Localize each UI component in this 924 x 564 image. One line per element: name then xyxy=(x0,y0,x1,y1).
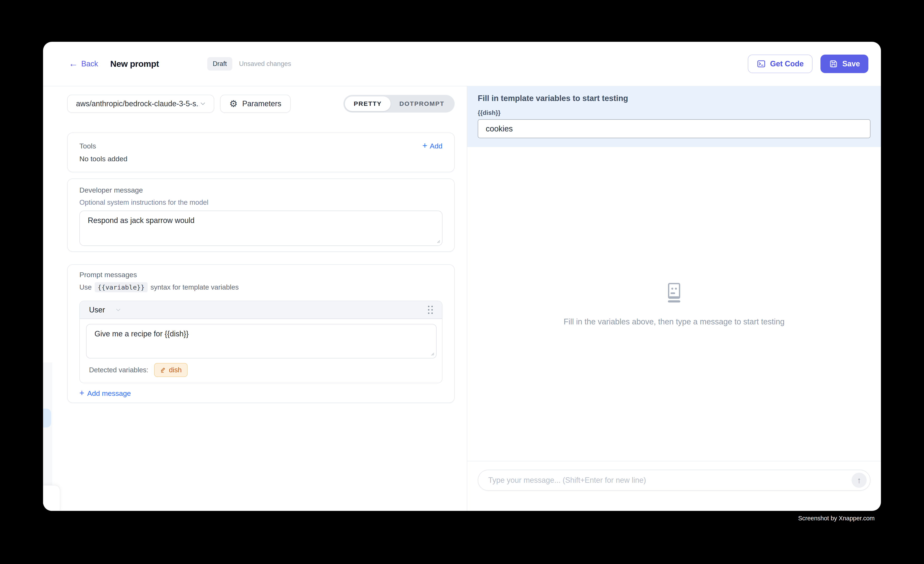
resize-handle-icon[interactable] xyxy=(435,238,440,243)
add-message-button[interactable]: + Add message xyxy=(80,389,131,398)
chat-empty-state: Fill in the variables above, then type a… xyxy=(467,147,881,461)
sidebar-sliver-active-item xyxy=(43,409,51,428)
model-select-value: aws/anthropic/bedrock-claude-3-5-s... xyxy=(76,99,199,108)
gear-icon: ⚙ xyxy=(230,99,237,108)
editor-content: aws/anthropic/bedrock-claude-3-5-s... ⚙ … xyxy=(43,86,467,511)
tester-panel: Fill in template variables to start test… xyxy=(467,86,881,511)
variable-value-input[interactable] xyxy=(478,119,870,138)
save-label: Save xyxy=(842,59,860,68)
developer-message-subtitle: Optional system instructions for the mod… xyxy=(80,198,442,206)
watermark: Screenshot by Xnapper.com xyxy=(798,515,874,522)
chevron-down-icon xyxy=(115,306,122,314)
message-block: User G xyxy=(80,301,442,383)
send-button[interactable]: ↑ xyxy=(852,472,867,488)
parameters-label: Parameters xyxy=(242,99,281,108)
tools-card: Tools + Add No tools added xyxy=(67,132,454,172)
developer-message-field-wrap: Respond as jack sparrow would xyxy=(80,211,442,246)
chat-input-section: ↑ xyxy=(467,461,881,511)
drag-handle-icon[interactable] xyxy=(428,306,433,314)
terminal-icon xyxy=(757,59,766,69)
variables-section-title: Fill in template variables to start test… xyxy=(478,94,870,103)
developer-message-title: Developer message xyxy=(80,186,442,194)
variable-name-label: {{dish}} xyxy=(478,109,870,116)
prompt-editor-panel: aws/anthropic/bedrock-claude-3-5-s... ⚙ … xyxy=(43,86,467,511)
chat-message-input[interactable] xyxy=(480,471,852,490)
message-body: Give me a recipe for {{dish}} Detected v… xyxy=(80,319,442,383)
chevron-down-icon xyxy=(199,100,207,108)
role-select-value: User xyxy=(89,306,105,314)
developer-message-textarea[interactable]: Respond as jack sparrow would xyxy=(80,211,442,246)
template-variables-section: Fill in template variables to start test… xyxy=(467,86,881,147)
back-arrow-icon: ← xyxy=(69,59,78,68)
resize-handle-icon[interactable] xyxy=(429,351,435,356)
detected-variables-row: Detected variables: dish xyxy=(86,363,436,377)
developer-message-card: Developer message Optional system instru… xyxy=(67,178,454,252)
send-arrow-icon: ↑ xyxy=(857,476,861,484)
app-window: ← Back New prompt Draft Unsaved changes … xyxy=(43,42,881,511)
variable-code-chip: {{variable}} xyxy=(95,282,148,292)
variable-badge-label: dish xyxy=(169,366,182,374)
hint-suffix: syntax for template variables xyxy=(151,283,239,291)
robot-face-icon xyxy=(663,282,685,306)
plus-icon: + xyxy=(80,388,84,397)
message-textarea[interactable]: Give me a recipe for {{dish}} xyxy=(86,324,436,358)
header: ← Back New prompt Draft Unsaved changes … xyxy=(43,42,881,86)
tools-title: Tools xyxy=(80,142,96,150)
plus-icon: + xyxy=(422,141,427,150)
variable-badge-dish[interactable]: dish xyxy=(154,363,188,377)
chat-input-pill: ↑ xyxy=(478,470,870,491)
tools-header: Tools + Add xyxy=(80,142,442,150)
parameters-button[interactable]: ⚙ Parameters xyxy=(220,95,291,113)
toggle-dotprompt[interactable]: DOTPROMPT xyxy=(391,96,453,111)
message-header: User xyxy=(80,301,442,319)
variable-syntax-hint: Use {{variable}} syntax for template var… xyxy=(80,282,442,292)
get-code-button[interactable]: Get Code xyxy=(748,55,813,73)
edit-pencil-icon xyxy=(160,367,166,373)
view-mode-toggle: PRETTY DOTPROMPT xyxy=(344,95,454,112)
message-field-wrap: Give me a recipe for {{dish}} xyxy=(86,324,436,358)
toggle-pretty[interactable]: PRETTY xyxy=(345,96,390,111)
desktop-background: ← Back New prompt Draft Unsaved changes … xyxy=(0,0,924,564)
back-label: Back xyxy=(81,59,98,68)
get-code-label: Get Code xyxy=(770,59,804,68)
page-title: New prompt xyxy=(110,59,159,69)
corner-card xyxy=(43,485,60,511)
tools-empty-text: No tools added xyxy=(80,155,442,163)
role-select[interactable]: User xyxy=(89,306,122,314)
unsaved-changes-label: Unsaved changes xyxy=(239,60,291,68)
save-icon xyxy=(829,59,838,69)
add-tool-button[interactable]: + Add xyxy=(422,142,442,150)
model-select[interactable]: aws/anthropic/bedrock-claude-3-5-s... xyxy=(67,95,214,113)
status-badge: Draft xyxy=(207,57,232,70)
prompt-messages-card: Prompt messages Use {{variable}} syntax … xyxy=(67,264,454,403)
add-tool-label: Add xyxy=(430,142,442,150)
save-button[interactable]: Save xyxy=(820,55,868,73)
model-row: aws/anthropic/bedrock-claude-3-5-s... ⚙ … xyxy=(67,95,454,113)
detected-variables-label: Detected variables: xyxy=(89,366,148,374)
chat-empty-text: Fill in the variables above, then type a… xyxy=(564,317,784,326)
prompt-messages-title: Prompt messages xyxy=(80,271,442,279)
add-message-label: Add message xyxy=(87,389,131,398)
back-button[interactable]: ← Back xyxy=(69,59,98,69)
main-content: aws/anthropic/bedrock-claude-3-5-s... ⚙ … xyxy=(43,86,881,511)
hint-prefix: Use xyxy=(80,283,92,291)
